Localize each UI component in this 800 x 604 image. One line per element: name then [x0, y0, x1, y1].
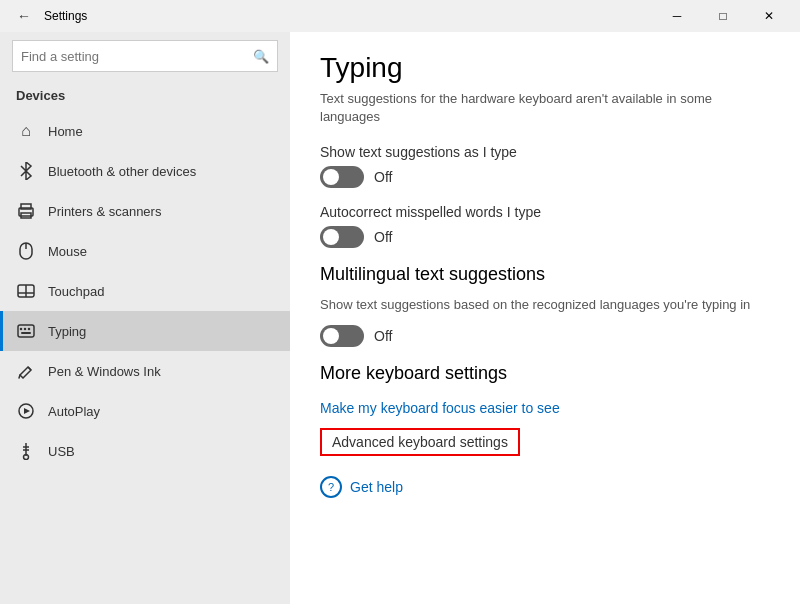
- sidebar-item-label: USB: [48, 444, 75, 459]
- sidebar-item-usb[interactable]: USB: [0, 431, 290, 471]
- maximize-button[interactable]: □: [700, 0, 746, 32]
- sidebar-item-label: Mouse: [48, 244, 87, 259]
- svg-line-14: [19, 375, 20, 378]
- sidebar-item-label: Home: [48, 124, 83, 139]
- toggle1-state: Off: [374, 169, 392, 185]
- svg-line-13: [28, 367, 31, 370]
- svg-rect-1: [21, 204, 31, 209]
- sidebar-item-label: AutoPlay: [48, 404, 100, 419]
- sidebar-item-mouse[interactable]: Mouse: [0, 231, 290, 271]
- toggle3-state: Off: [374, 328, 392, 344]
- content-area: Typing Text suggestions for the hardware…: [290, 32, 800, 604]
- scroll-notice: Text suggestions for the hardware keyboa…: [320, 90, 770, 126]
- typing-icon: [16, 321, 36, 341]
- devices-section-label: Devices: [0, 84, 290, 111]
- sidebar-item-label: Touchpad: [48, 284, 104, 299]
- search-icon: 🔍: [253, 49, 269, 64]
- bluetooth-icon: [16, 161, 36, 181]
- toggle3[interactable]: [320, 325, 364, 347]
- home-icon: ⌂: [16, 121, 36, 141]
- back-icon: ←: [17, 8, 31, 24]
- close-icon: ✕: [764, 9, 774, 23]
- sidebar-item-touchpad[interactable]: Touchpad: [0, 271, 290, 311]
- maximize-icon: □: [719, 9, 726, 23]
- app-container: 🔍 Devices ⌂ Home Bluetooth & other devic…: [0, 32, 800, 604]
- toggle3-container: Off: [320, 325, 770, 347]
- svg-point-20: [24, 455, 29, 460]
- sidebar-item-printers[interactable]: Printers & scanners: [0, 191, 290, 231]
- toggle1[interactable]: [320, 166, 364, 188]
- svg-rect-8: [18, 325, 34, 337]
- multilingual-title: Multilingual text suggestions: [320, 264, 770, 285]
- more-keyboard-title: More keyboard settings: [320, 363, 770, 384]
- close-button[interactable]: ✕: [746, 0, 792, 32]
- sidebar-item-label: Typing: [48, 324, 86, 339]
- get-help-row: ? Get help: [320, 476, 770, 498]
- touchpad-icon: [16, 281, 36, 301]
- sidebar-item-bluetooth[interactable]: Bluetooth & other devices: [0, 151, 290, 191]
- sidebar-item-label: Bluetooth & other devices: [48, 164, 196, 179]
- titlebar-title: Settings: [44, 9, 654, 23]
- page-title: Typing: [320, 52, 770, 84]
- toggle2-label: Autocorrect misspelled words I type: [320, 204, 770, 220]
- more-keyboard-section: More keyboard settings Make my keyboard …: [320, 363, 770, 498]
- svg-marker-16: [24, 408, 30, 414]
- autoplay-icon: [16, 401, 36, 421]
- toggle1-label: Show text suggestions as I type: [320, 144, 770, 160]
- search-box[interactable]: 🔍: [12, 40, 278, 72]
- sidebar-item-home[interactable]: ⌂ Home: [0, 111, 290, 151]
- minimize-icon: ─: [673, 9, 682, 23]
- pen-icon: [16, 361, 36, 381]
- toggle2-container: Off: [320, 226, 770, 248]
- multilingual-desc: Show text suggestions based on the recog…: [320, 295, 770, 315]
- toggle2[interactable]: [320, 226, 364, 248]
- titlebar: ← Settings ─ □ ✕: [0, 0, 800, 32]
- toggle1-row: Show text suggestions as I type Off: [320, 144, 770, 188]
- get-help-link[interactable]: Get help: [350, 479, 403, 495]
- sidebar-item-label: Pen & Windows Ink: [48, 364, 161, 379]
- sidebar-item-typing[interactable]: Typing: [0, 311, 290, 351]
- help-icon: ?: [320, 476, 342, 498]
- printer-icon: [16, 201, 36, 221]
- titlebar-controls: ─ □ ✕: [654, 0, 792, 32]
- advanced-keyboard-link[interactable]: Advanced keyboard settings: [320, 428, 520, 456]
- toggle2-row: Autocorrect misspelled words I type Off: [320, 204, 770, 248]
- usb-icon: [16, 441, 36, 461]
- mouse-icon: [16, 241, 36, 261]
- toggle1-container: Off: [320, 166, 770, 188]
- back-button[interactable]: ←: [8, 0, 40, 32]
- sidebar-item-autoplay[interactable]: AutoPlay: [0, 391, 290, 431]
- sidebar-item-label: Printers & scanners: [48, 204, 161, 219]
- sidebar-item-pen[interactable]: Pen & Windows Ink: [0, 351, 290, 391]
- keyboard-focus-link[interactable]: Make my keyboard focus easier to see: [320, 400, 770, 416]
- sidebar: 🔍 Devices ⌂ Home Bluetooth & other devic…: [0, 32, 290, 604]
- toggle2-state: Off: [374, 229, 392, 245]
- minimize-button[interactable]: ─: [654, 0, 700, 32]
- search-input[interactable]: [21, 49, 253, 64]
